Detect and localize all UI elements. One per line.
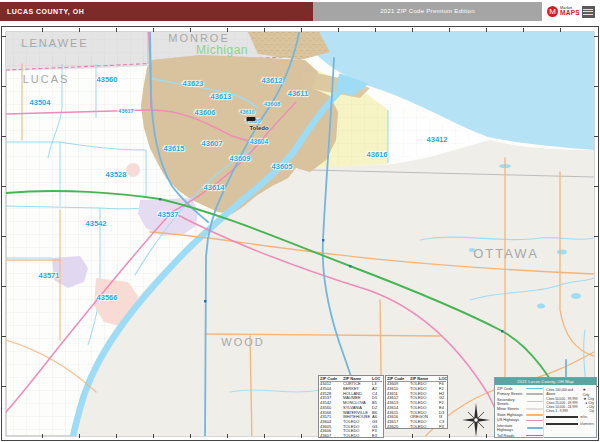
zip-label-43607: 43607 [202,139,223,148]
scale-bar-icon [546,416,578,418]
legend-swatch-icon [526,414,543,416]
legend-road-types: ZIP CodePrimary StreetsSecondary Streets… [497,387,543,438]
legend-city-classes: Cities 100,000 and Above★ CityCities 50,… [543,387,594,438]
legend-item: US Highways [497,418,543,422]
county-label-ottawa: OTTAWA [473,246,539,261]
zip-label-43504: 43504 [30,98,51,107]
zip-label-43623: 43623 [183,79,204,88]
zip-label-43612: 43612 [262,76,283,85]
michigan-state-label: Michigan [196,43,248,57]
zip-label-43542: 43542 [86,219,107,228]
app-window: LUCAS COUNTY, OH 2021 ZIP Code Premium E… [0,0,600,442]
scale-bar-icon [546,423,578,425]
scale-bar-miles: miles [546,415,594,419]
table-row: 43607TOLEDOE3 [320,434,382,438]
city-symbol-icon: · City [587,409,594,413]
zip-label-43528: 43528 [106,170,127,179]
legend-city-class: Cities 1 - 9,999· City [546,409,594,413]
zip-label-43611: 43611 [288,89,308,98]
toledo-city-marker [247,117,256,121]
zip-label-43560: 43560 [97,75,118,84]
toledo-city-label: Toledo [249,125,268,131]
zip-label-43617: 43617 [118,108,133,114]
zip-label-43605: 43605 [272,162,293,171]
legend-swatch-icon [526,420,543,422]
map-ruler-top [6,28,594,32]
legend-swatch-icon [526,393,543,395]
map-ruler-left [2,32,6,436]
zip-label-43609: 43609 [230,154,251,163]
zip-label-43613: 43613 [211,92,232,101]
legend-item: Interstate Highways [497,424,543,432]
legend-item: Primary Streets [497,392,543,396]
scale-bar-kilometers: kilometers [546,422,594,426]
zip-index-table-left: ZIP CodeZIP NameLOC43412CURTICEL343504BE… [318,375,384,438]
legend-swatch-icon [526,388,543,390]
legend-item: State Highways [497,413,543,417]
legend-swatch-icon [526,435,543,437]
zip-label-43537: 43537 [158,210,179,219]
zip-index-table-right: ZIP CodeZIP NameLOC43609TOLEDOF443610TOL… [385,375,448,429]
legend-item: ZIP Code [497,387,543,391]
legend-swatch-icon [526,408,543,410]
zip-label-43606: 43606 [195,108,216,117]
legend-item: Toll Roads [497,434,543,438]
legend-title: 2021 Lucas County, OH Map [495,378,596,385]
zip-label-43566: 43566 [97,293,118,302]
legend-item: Minor Streets [497,407,543,411]
zip-label-43616: 43616 [367,150,388,159]
zip-label-43412: 43412 [427,135,448,144]
county-label-lucas: LUCAS [23,73,70,85]
city-symbol-icon: ★ City [582,387,594,397]
map-ruler-right [594,32,598,436]
legend-city-class: Cities 100,000 and Above★ City [546,387,594,397]
map-legend: 2021 Lucas County, OH Map ZIP CodePrimar… [494,377,597,438]
county-label-lenawee: LENAWEE [21,37,88,49]
table-row: 43620TOLEDOF3 [387,425,446,429]
zip-label-43615: 43615 [164,144,185,153]
zip-label-43610: 43610 [239,109,254,115]
legend-swatch-icon [527,401,544,403]
legend-item: Secondary Streets [497,398,543,406]
zip-label-43571: 43571 [39,271,60,280]
zip-label-43608: 43608 [264,101,281,107]
zip-label-43604: 43604 [250,138,268,145]
zip-label-43614: 43614 [204,183,225,192]
legend-swatch-icon [527,427,543,429]
county-label-wood: WOOD [221,336,264,348]
